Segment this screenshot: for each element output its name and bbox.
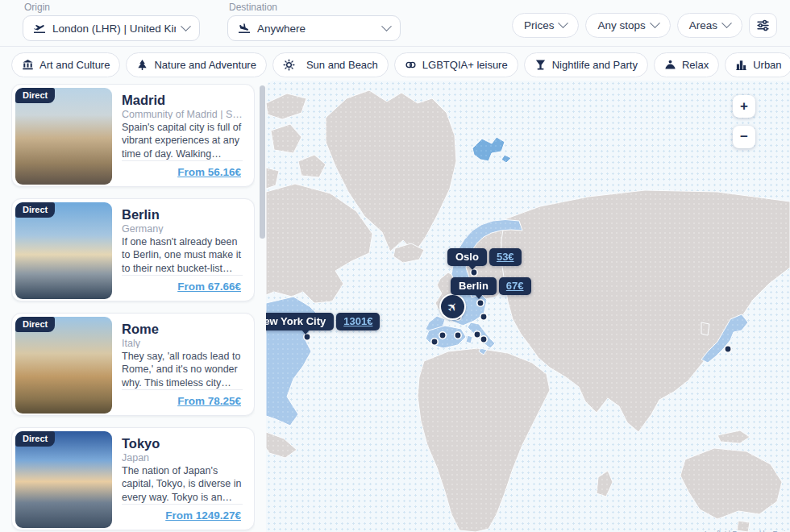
italy [468, 322, 495, 348]
destination-select[interactable]: Anywhere [227, 15, 401, 41]
pin-city-label: Berlin [451, 277, 497, 295]
tokyo-photo: Direct [15, 431, 112, 528]
destination-value: Anywhere [257, 23, 376, 35]
korea [701, 322, 709, 335]
city-dot [725, 346, 731, 352]
madagascar [597, 471, 613, 497]
direct-badge: Direct [15, 202, 55, 218]
chip-sun-and-beach[interactable]: Sun and Beach [272, 52, 389, 77]
tree-icon [136, 59, 148, 71]
madrid-photo: Direct [15, 88, 112, 185]
africa [418, 348, 550, 532]
city-dot [471, 269, 477, 276]
card-description: Spain's capital city is full of vibrant … [122, 121, 243, 161]
card-description: They say, 'all roads lead to Rome,' and … [122, 350, 243, 390]
card-berlin[interactable]: Direct Berlin Germany If one hasn't alre… [11, 198, 255, 301]
card-title: Tokyo [122, 436, 243, 451]
card-title: Madrid [122, 93, 243, 108]
new-guinea [717, 430, 750, 443]
card-price-link[interactable]: From 78.25€ [122, 390, 243, 409]
city-dot [474, 331, 480, 338]
direct-badge: Direct [15, 431, 55, 447]
card-description: If one hasn't already been to Berlin, on… [122, 235, 243, 276]
prices-button[interactable]: Prices [512, 13, 580, 38]
sun-icon [283, 59, 295, 71]
rings-icon [405, 59, 417, 71]
city-dot [477, 300, 484, 306]
card-tokyo[interactable]: Direct Tokyo Japan The nation of Japan's… [11, 427, 255, 530]
pin-price-label[interactable]: 1301€ [336, 313, 380, 330]
card-rome[interactable]: Direct Rome Italy They say, 'all roads l… [11, 313, 255, 416]
search-header: Origin London (LHR) | United King… Desti… [0, 0, 790, 47]
relax-icon [664, 59, 676, 71]
chip-relax[interactable]: Relax [654, 52, 719, 77]
card-list-scrollbar[interactable] [260, 85, 265, 239]
card-title: Berlin [122, 207, 243, 222]
plane-landing-icon [238, 22, 251, 35]
destination-card-list: Direct Madrid Community of Madrid | S… S… [11, 84, 255, 532]
city-dot [480, 314, 487, 320]
cocktail-icon [534, 59, 547, 71]
museum-icon [22, 59, 34, 71]
city-dot [455, 332, 461, 339]
price-pin-berlin[interactable]: Berlin 67€ [451, 277, 531, 295]
pin-price-label[interactable]: 53€ [489, 248, 522, 266]
map-zoom-in-button[interactable]: + [733, 95, 755, 118]
chip-lgbtqia-leisure[interactable]: LGBTQIA+ leisure [394, 52, 518, 77]
chip-urban[interactable]: Urban [725, 52, 790, 77]
areas-button[interactable]: Areas [677, 13, 742, 38]
origin-field-group: Origin London (LHR) | United King… [23, 2, 200, 41]
origin-label: Origin [24, 2, 200, 13]
pin-city-label: Oslo [447, 248, 487, 266]
category-chips-row: Art and Culture Nature and Adventure Sun… [11, 52, 790, 77]
city-dot [304, 334, 310, 340]
chevron-down-icon [559, 18, 569, 28]
destination-label: Destination [229, 2, 401, 13]
origin-value: London (LHR) | United King… [52, 23, 176, 35]
city-dot [480, 336, 487, 343]
card-price-link[interactable]: From 67.66€ [122, 276, 243, 294]
australia [680, 448, 782, 519]
direct-badge: Direct [15, 88, 55, 103]
chevron-down-icon [721, 18, 732, 28]
landmasses [266, 90, 790, 532]
destination-field-group: Destination Anywhere [227, 2, 401, 41]
pin-price-label[interactable]: 67€ [499, 277, 531, 295]
world-map-svg [266, 81, 790, 532]
card-price-link[interactable]: From 56.16€ [122, 161, 243, 180]
card-region: Italy [122, 338, 243, 348]
header-divider [0, 46, 790, 47]
plane-icon: ✈ [444, 298, 462, 315]
price-pin-new-york-city[interactable]: New York City 1301€ [266, 313, 380, 330]
card-title: Rome [122, 322, 243, 337]
pin-city-label: New York City [266, 313, 334, 330]
advanced-filters-button[interactable] [749, 13, 777, 38]
chevron-down-icon [381, 21, 392, 31]
map-zoom-out-button[interactable]: − [733, 126, 755, 148]
chip-art-and-culture[interactable]: Art and Culture [11, 52, 120, 77]
direct-badge: Direct [15, 317, 55, 332]
card-region: Community of Madrid | S… [122, 109, 243, 119]
world-map[interactable]: ✈ Oslo 53€ Berlin 67€ New York City 1301… [266, 81, 790, 532]
chip-nature-and-adventure[interactable]: Nature and Adventure [126, 52, 266, 77]
buildings-icon [735, 59, 747, 71]
origin-plane-marker[interactable]: ✈ [439, 293, 466, 320]
city-dot [439, 332, 446, 339]
rome-photo: Direct [15, 317, 112, 414]
chevron-down-icon [181, 21, 191, 31]
berlin-photo: Direct [15, 202, 112, 299]
city-dot [431, 339, 438, 345]
flight-explorer-page: Origin London (LHR) | United King… Desti… [0, 0, 790, 532]
chevron-down-icon [650, 18, 660, 28]
card-description: The nation of Japan's capital, Tokyo, is… [122, 464, 243, 505]
chip-nightlife-and-party[interactable]: Nightlife and Party [524, 52, 648, 77]
card-price-link[interactable]: From 1249.27€ [122, 505, 243, 523]
sliders-icon [756, 19, 770, 32]
origin-select[interactable]: London (LHR) | United King… [23, 15, 200, 41]
price-pin-oslo[interactable]: Oslo 53€ [447, 248, 522, 266]
plane-takeoff-icon [33, 22, 46, 35]
header-filter-buttons: Prices Any stops Areas [512, 13, 777, 38]
stops-button[interactable]: Any stops [585, 13, 670, 38]
card-madrid[interactable]: Direct Madrid Community of Madrid | S… S… [11, 84, 255, 187]
card-region: Germany [122, 223, 243, 234]
